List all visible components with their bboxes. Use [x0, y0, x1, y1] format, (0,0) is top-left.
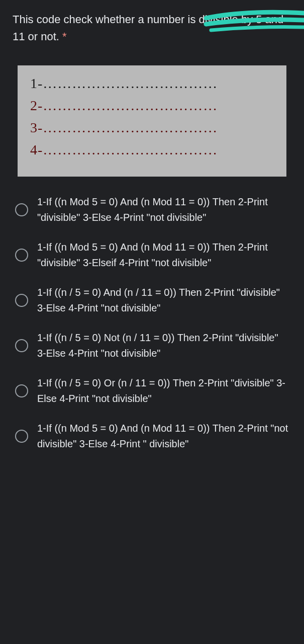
option-label: 1-If ((n Mod 5 = 0) And (n Mod 11 = 0)) … [37, 194, 289, 225]
option-label: 1-If ((n / 5 = 0) And (n / 11 = 0)) Then… [37, 285, 289, 316]
radio-icon [15, 249, 28, 262]
option-label: 1-If ((n Mod 5 = 0) And (n Mod 11 = 0)) … [37, 239, 289, 271]
radio-icon [15, 339, 28, 352]
option-4[interactable]: 1-If ((n / 5 = 0) Not (n / 11 = 0)) Then… [15, 330, 289, 361]
option-label: 1-If ((n / 5 = 0) Or (n / 11 = 0)) Then … [37, 375, 289, 407]
radio-icon [15, 294, 28, 307]
option-3[interactable]: 1-If ((n / 5 = 0) And (n / 11 = 0)) Then… [15, 285, 289, 316]
question-body: This code check whether a number is divi… [13, 13, 283, 43]
question-text: This code check whether a number is divi… [13, 11, 291, 45]
option-2[interactable]: 1-If ((n Mod 5 = 0) And (n Mod 11 = 0)) … [15, 239, 289, 271]
radio-icon [15, 203, 28, 216]
blank-line-3: 3-……………………………… [30, 120, 274, 136]
option-5[interactable]: 1-If ((n / 5 = 0) Or (n / 11 = 0)) Then … [15, 375, 289, 407]
option-label: 1-If ((n Mod 5 = 0) And (n Mod 11 = 0)) … [37, 421, 289, 452]
blank-line-1: 1-……………………………… [30, 75, 274, 92]
blank-line-2: 2-……………………………… [30, 98, 274, 114]
code-blank-image: 1-……………………………… 2-……………………………… 3-……………………… [18, 65, 286, 177]
option-label: 1-If ((n / 5 = 0) Not (n / 11 = 0)) Then… [37, 330, 289, 361]
radio-icon [15, 430, 28, 443]
options-group: 1-If ((n Mod 5 = 0) And (n Mod 11 = 0)) … [13, 194, 291, 452]
option-1[interactable]: 1-If ((n Mod 5 = 0) And (n Mod 11 = 0)) … [15, 194, 289, 225]
blank-line-4: 4-……………………………… [30, 142, 274, 158]
radio-icon [15, 384, 28, 397]
option-6[interactable]: 1-If ((n Mod 5 = 0) And (n Mod 11 = 0)) … [15, 421, 289, 452]
required-marker: * [62, 30, 67, 43]
